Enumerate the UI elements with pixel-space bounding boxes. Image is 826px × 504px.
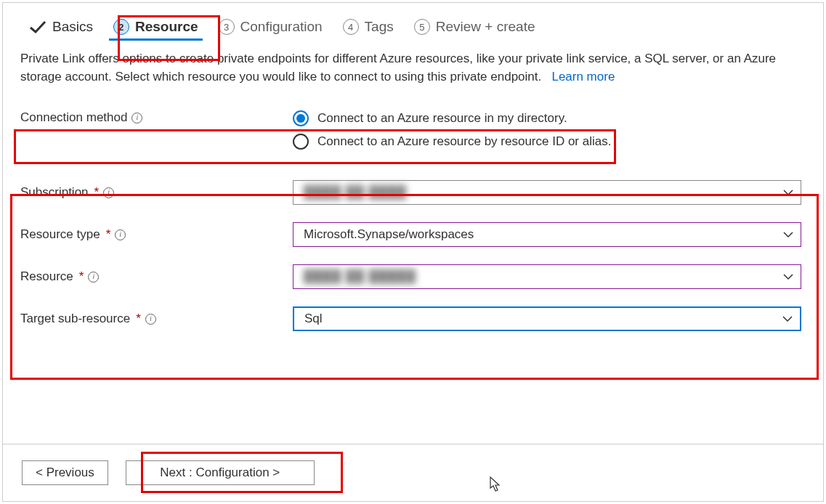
label-text: Target sub-resource [20,312,130,326]
required-indicator: * [94,185,100,200]
tab-step-number: 5 [414,19,430,35]
info-icon[interactable]: i [145,314,156,325]
dropdown-value: ████ ██ █████ [304,269,416,284]
subscription-row: Subscription * i ████ ██ ████ [3,174,823,211]
resource-dropdown[interactable]: ████ ██ █████ [293,264,801,289]
resource-type-row: Resource type * i Microsoft.Synapse/work… [3,211,823,253]
tab-configuration[interactable]: 3 Configuration [219,19,323,38]
chevron-down-icon [783,232,793,238]
target-sub-resource-row: Target sub-resource * i Sql [3,295,823,337]
radio-label: Connect to an Azure resource by resource… [317,134,611,149]
tab-label: Resource [135,19,198,35]
connection-method-radio-group: Connect to an Azure resource in my direc… [293,110,806,150]
radio-label: Connect to an Azure resource in my direc… [317,111,567,126]
subscription-label: Subscription * i [20,185,293,200]
label-text: Subscription [20,185,89,200]
previous-button[interactable]: < Previous [22,460,108,485]
required-indicator: * [106,227,111,242]
wizard-footer: < Previous Next : Configuration > [3,444,823,501]
label-text: Connection method [20,110,127,125]
tab-label: Basics [52,19,93,35]
radio-circle-icon [293,110,309,126]
required-indicator: * [79,269,84,284]
tab-step-number: 2 [113,19,129,35]
info-icon[interactable]: i [131,113,142,123]
subscription-dropdown[interactable]: ████ ██ ████ [293,180,801,205]
target-sub-resource-dropdown[interactable]: Sql [293,306,801,331]
radio-circle-icon [293,134,309,150]
create-private-endpoint-panel: Basics 2 Resource 3 Configuration 4 Tags… [2,2,824,502]
label-text: Resource type [20,227,100,242]
tab-resource[interactable]: 2 Resource [113,19,198,38]
tab-label: Configuration [240,19,323,35]
chevron-down-icon [783,190,793,196]
info-icon[interactable]: i [88,272,99,283]
resource-row: Resource * i ████ ██ █████ [3,253,823,295]
target-sub-resource-label: Target sub-resource * i [20,312,293,326]
check-icon [29,20,46,34]
connection-method-row: Connection method i Connect to an Azure … [3,105,823,155]
dropdown-value: Microsoft.Synapse/workspaces [304,227,474,242]
label-text: Resource [20,269,73,284]
tab-review-create[interactable]: 5 Review + create [414,19,535,38]
info-icon[interactable]: i [103,187,114,198]
tab-label: Review + create [436,19,535,35]
tab-step-number: 3 [219,19,235,35]
wizard-tabs: Basics 2 Resource 3 Configuration 4 Tags… [3,3,823,47]
tab-basics[interactable]: Basics [29,19,93,38]
dropdown-value: ████ ██ ████ [304,185,407,200]
connection-method-label: Connection method i [20,110,293,125]
chevron-down-icon [782,316,793,322]
chevron-down-icon [783,274,793,280]
resource-type-label: Resource type * i [20,227,293,242]
next-configuration-button[interactable]: Next : Configuration > [126,460,315,485]
resource-label: Resource * i [20,269,293,284]
tab-tags[interactable]: 4 Tags [343,19,394,38]
dropdown-value: Sql [304,312,323,326]
tab-step-number: 4 [343,19,359,35]
info-icon[interactable]: i [115,229,126,240]
learn-more-link[interactable]: Learn more [551,70,615,84]
tab-label: Tags [365,19,394,35]
resource-type-dropdown[interactable]: Microsoft.Synapse/workspaces [293,222,801,247]
radio-connect-directory[interactable]: Connect to an Azure resource in my direc… [293,110,801,126]
required-indicator: * [136,312,141,326]
resource-description: Private Link offers options to create pr… [3,47,823,86]
description-text: Private Link offers options to create pr… [20,52,776,84]
radio-connect-resource-id[interactable]: Connect to an Azure resource by resource… [293,134,801,150]
